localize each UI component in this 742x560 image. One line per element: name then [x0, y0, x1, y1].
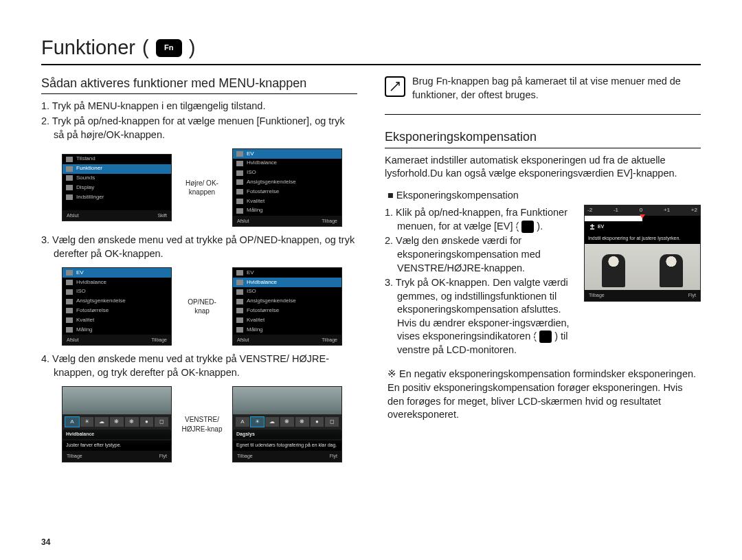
footer-left: Afslut: [67, 212, 79, 219]
step-2: 2. Tryk på op/ned-knappen for at vælge m…: [54, 115, 357, 142]
display-icon: [66, 185, 73, 190]
wb-icon: [236, 161, 243, 166]
person-icon: [602, 254, 625, 287]
page-title: Funktioner ( Fn ): [41, 34, 701, 65]
button-label-left-right: VENSTRE/ HØJRE-knap: [181, 415, 223, 434]
note-box: Brug Fn-knappen bag på kameraet til at v…: [385, 75, 701, 115]
gear-icon: [66, 194, 73, 200]
button-label-right-ok: Højre/ OK-knappen: [181, 179, 223, 197]
ev-badge-icon: [539, 331, 552, 343]
wb-fluor-icon: ❋: [110, 417, 124, 427]
exposure-footnote: ※ En negativ eksponeringskompensation fo…: [387, 368, 701, 421]
ev-icon: [236, 151, 243, 157]
section-activate-functions: Sådan aktiveres funktioner med MENU-knap…: [41, 75, 357, 94]
button-label-up-down: OP/NED-knap: [181, 298, 223, 316]
exposure-sub: ■ Eksponeringskompensation: [387, 189, 701, 203]
wb-auto-icon: A: [65, 417, 79, 427]
page-number: 34: [41, 537, 50, 548]
ev-badge-icon: [521, 221, 534, 233]
iso-icon: [236, 170, 243, 176]
camera-screen-a: Tilstand Funktioner Sounds Display Indst…: [62, 154, 172, 221]
note-icon: [385, 76, 405, 97]
camera-screen-b: EV Hvidbalance ISO Ansigtsgenkendelse Fo…: [232, 148, 342, 227]
ev-bar: [585, 216, 700, 221]
step-3: 3. Vælg den ønskede menu ved at trykke p…: [54, 234, 357, 260]
camera-screen-e: A ☀ ☁ ❋ ❋ ● ◻ Hvidbalance Juster farver …: [62, 386, 172, 462]
fn-icon: Fn: [156, 39, 182, 57]
camera-screen-f: A ☀ ☁ ❋ ❋ ● ◻ Dagslys Egnet til udendørs…: [232, 386, 342, 462]
wb-tungsten-icon: ●: [140, 417, 154, 427]
camera-screen-c: EV Hvidbalance ISO Ansigtsgenkendelse Fo…: [62, 267, 172, 346]
left-column: Sådan aktiveres funktioner med MENU-knap…: [41, 75, 357, 469]
right-column: Brug Fn-knappen bag på kameraet til at v…: [385, 75, 701, 469]
size-icon: [236, 189, 243, 194]
camera-icon: [66, 166, 73, 172]
note-text: Brug Fn-knappen bag på kameraet til at v…: [412, 75, 701, 102]
ev-camera-screen: -2 -1 0 +1 +2 EV Indstil eksponering for…: [584, 205, 701, 302]
wb-cloudy-icon: ☁: [95, 417, 109, 427]
exp-step-2: 2. Vælg den ønskede værdi for eksponerin…: [397, 234, 573, 275]
camera-screen-d: EV Hvidbalance ISO Ansigtsgenkendelse Fo…: [232, 267, 342, 346]
exp-step-1: 1. Klik på op/ned-knappen, fra Funktione…: [397, 206, 573, 233]
mode-icon: [66, 157, 73, 162]
wb-daylight-icon: ☀: [251, 417, 265, 427]
wb-daylight-icon: ☀: [80, 417, 94, 427]
photo-placeholder: [585, 244, 700, 290]
ev-cursor-icon: [640, 214, 645, 219]
title-text: Funktioner: [41, 34, 135, 61]
sounds-icon: [66, 175, 73, 181]
metering-icon: [236, 208, 243, 214]
exp-step-3: 3. Tryk på OK-knappen. Den valgte værdi …: [397, 276, 573, 357]
person-icon: [660, 254, 683, 287]
section-exposure-compensation: Eksponeringskompensation: [385, 128, 701, 148]
wb-fluor2-icon: ❋: [125, 417, 139, 427]
step-1: 1. Tryk på MENU-knappen i en tilgængelig…: [54, 100, 357, 113]
footer-right: Skift: [157, 212, 167, 219]
ev-badge-icon: [588, 223, 596, 231]
quality-icon: [236, 199, 243, 204]
face-icon: [236, 179, 243, 185]
wb-custom-icon: ◻: [155, 417, 168, 427]
exposure-intro: Kameraet indstiller automatisk eksponeri…: [385, 154, 701, 181]
step-4: 4. Vælg den ønskede menu ved at trykke p…: [54, 352, 357, 379]
